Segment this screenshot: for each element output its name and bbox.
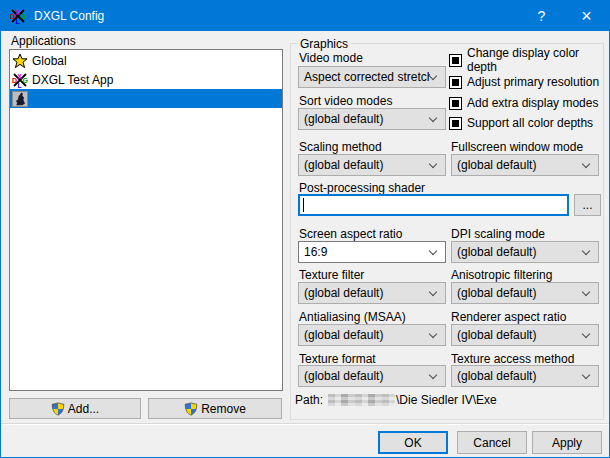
chevron-down-icon xyxy=(582,246,590,254)
path-suffix: \Die Siedler IV\Exe xyxy=(396,393,497,407)
fullscreen-window-mode-select[interactable]: (global default) xyxy=(451,154,599,176)
texture-filter-value: (global default) xyxy=(299,286,430,300)
dpi-scaling-mode-select[interactable]: (global default) xyxy=(451,241,599,263)
cancel-button-label: Cancel xyxy=(473,436,510,450)
remove-button[interactable]: Remove xyxy=(148,398,282,419)
screen-aspect-ratio-label: Screen aspect ratio xyxy=(299,227,402,241)
apply-button[interactable]: Apply xyxy=(532,431,602,454)
video-mode-label: Video mode xyxy=(299,51,363,65)
anisotropic-filtering-value: (global default) xyxy=(452,286,583,300)
apply-button-label: Apply xyxy=(552,436,582,450)
help-button[interactable]: ? xyxy=(519,1,564,31)
post-processing-shader-label: Post-processing shader xyxy=(299,181,425,195)
texture-format-select[interactable]: (global default) xyxy=(298,365,446,387)
settlers-app-icon xyxy=(12,91,28,107)
applications-list[interactable]: Global D X G L DXGL Test App xyxy=(9,49,283,391)
texture-access-method-label: Texture access method xyxy=(451,352,574,366)
ok-button-label: OK xyxy=(404,436,421,450)
renderer-aspect-ratio-label: Renderer aspect ratio xyxy=(451,310,566,324)
antialiasing-msaa-select[interactable]: (global default) xyxy=(298,324,446,346)
chevron-down-icon xyxy=(582,159,590,167)
chevron-down-icon xyxy=(429,71,437,79)
list-item-global[interactable]: Global xyxy=(10,51,282,70)
texture-access-method-select[interactable]: (global default) xyxy=(451,365,599,387)
dpi-scaling-mode-label: DPI scaling mode xyxy=(451,227,545,241)
scaling-method-label: Scaling method xyxy=(299,140,382,154)
chevron-down-icon xyxy=(582,287,590,295)
checkbox-label: Add extra display modes xyxy=(467,96,598,110)
help-button-label: ? xyxy=(538,8,546,24)
applications-label: Applications xyxy=(11,34,76,48)
uac-shield-icon xyxy=(51,402,65,416)
list-item-label: Global xyxy=(32,54,67,68)
sort-video-modes-select[interactable]: (global default) xyxy=(298,108,446,130)
path-row: Path: \Die Siedler IV\Exe xyxy=(295,393,497,407)
dxgl-config-window: D X G L DXGL Config ? × Applications Glo… xyxy=(0,0,610,458)
svg-text:L: L xyxy=(16,18,21,25)
dxgl-logo-icon: D X G L xyxy=(10,8,26,24)
uac-shield-icon xyxy=(184,402,198,416)
text-caret xyxy=(303,198,304,212)
texture-format-value: (global default) xyxy=(299,369,430,383)
cancel-button[interactable]: Cancel xyxy=(457,431,527,454)
chevron-down-icon xyxy=(582,370,590,378)
texture-filter-label: Texture filter xyxy=(299,268,364,282)
chevron-down-icon xyxy=(429,329,437,337)
checkbox-indeterminate-icon[interactable] xyxy=(449,117,462,130)
checkbox-add-extra-display-modes[interactable]: Add extra display modes xyxy=(449,96,598,110)
screen-aspect-ratio-value: 16:9 xyxy=(299,245,430,259)
close-icon: × xyxy=(581,7,592,25)
texture-format-label: Texture format xyxy=(299,352,376,366)
antialiasing-msaa-value: (global default) xyxy=(299,328,430,342)
chevron-down-icon xyxy=(429,246,437,254)
star-icon xyxy=(12,53,28,69)
chevron-down-icon xyxy=(429,159,437,167)
chevron-down-icon xyxy=(429,113,437,121)
list-item-label: DXGL Test App xyxy=(32,73,113,87)
window-title: DXGL Config xyxy=(34,9,104,23)
close-button[interactable]: × xyxy=(564,1,609,31)
checkbox-indeterminate-icon[interactable] xyxy=(449,97,462,110)
footer-divider xyxy=(1,423,609,425)
checkbox-adjust-primary-resolution[interactable]: Adjust primary resolution xyxy=(449,75,599,89)
anisotropic-filtering-select[interactable]: (global default) xyxy=(451,282,599,304)
svg-text:X: X xyxy=(15,9,20,16)
checkbox-indeterminate-icon[interactable] xyxy=(449,54,462,67)
checkbox-label: Adjust primary resolution xyxy=(467,75,599,89)
checkbox-change-display-color-depth[interactable]: Change display color depth xyxy=(449,53,609,67)
svg-text:G: G xyxy=(23,77,28,84)
chevron-down-icon xyxy=(582,329,590,337)
antialiasing-msaa-label: Antialiasing (MSAA) xyxy=(299,310,406,324)
path-label: Path: xyxy=(295,393,323,407)
scaling-method-select[interactable]: (global default) xyxy=(298,154,446,176)
chevron-down-icon xyxy=(429,370,437,378)
dpi-scaling-mode-value: (global default) xyxy=(452,245,583,259)
renderer-aspect-ratio-select[interactable]: (global default) xyxy=(451,324,599,346)
add-button-label: Add... xyxy=(68,402,99,416)
checkbox-indeterminate-icon[interactable] xyxy=(449,76,462,89)
video-mode-select[interactable]: Aspect corrected stretch xyxy=(298,66,446,88)
anisotropic-filtering-label: Anisotropic filtering xyxy=(451,268,552,282)
fullscreen-window-mode-label: Fullscreen window mode xyxy=(451,140,583,154)
scaling-method-value: (global default) xyxy=(299,158,430,172)
post-processing-shader-input[interactable] xyxy=(298,194,569,216)
browse-shader-button[interactable]: ... xyxy=(574,194,601,216)
sort-video-modes-value: (global default) xyxy=(299,112,430,126)
list-item-selected-app[interactable] xyxy=(10,89,282,108)
titlebar[interactable]: D X G L DXGL Config xyxy=(1,1,609,31)
screen-aspect-ratio-combobox[interactable]: 16:9 xyxy=(298,241,446,263)
chevron-down-icon xyxy=(429,287,437,295)
graphics-group-label: Graphics xyxy=(297,37,351,51)
checkbox-support-all-color-depths[interactable]: Support all color depths xyxy=(449,116,593,130)
svg-text:L: L xyxy=(18,81,23,88)
redacted-path-segment xyxy=(328,394,395,406)
sort-video-modes-label: Sort video modes xyxy=(299,94,392,108)
dxgl-logo-icon: D X G L xyxy=(12,72,28,88)
list-item-dxgl-test-app[interactable]: D X G L DXGL Test App xyxy=(10,70,282,89)
ok-button[interactable]: OK xyxy=(378,431,448,454)
add-button[interactable]: Add... xyxy=(9,398,141,419)
checkbox-label: Support all color depths xyxy=(467,116,593,130)
texture-filter-select[interactable]: (global default) xyxy=(298,282,446,304)
checkbox-label: Change display color depth xyxy=(467,46,609,74)
fullscreen-window-mode-value: (global default) xyxy=(452,158,583,172)
